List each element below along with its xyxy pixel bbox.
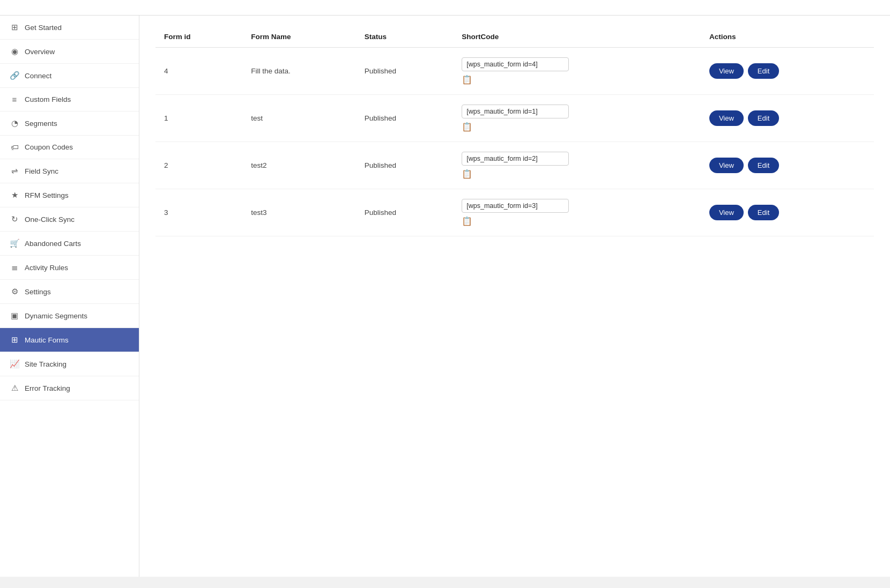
site-tracking-icon: 📈 <box>10 359 19 369</box>
sidebar-item-field-sync[interactable]: ⇌Field Sync <box>0 159 139 183</box>
main-content: Form idForm NameStatusShortCodeActions 4… <box>139 16 890 577</box>
sidebar-item-custom-fields[interactable]: ≡Custom Fields <box>0 88 139 111</box>
actions-cell: ViewEdit <box>701 95 874 142</box>
table-container: Form idForm NameStatusShortCodeActions 4… <box>139 16 890 247</box>
mautic-forms-icon: ⊞ <box>10 335 19 345</box>
sidebar-item-segments[interactable]: ◔Segments <box>0 111 139 136</box>
actions-cell: ViewEdit <box>701 48 874 95</box>
sidebar-label-error-tracking: Error Tracking <box>25 384 70 392</box>
shortcode-input-3[interactable] <box>462 199 569 213</box>
sidebar-item-overview[interactable]: ◉Overview <box>0 40 139 64</box>
sidebar-label-connect: Connect <box>25 72 51 80</box>
shortcode-cell: 📋 <box>453 95 701 142</box>
sidebar-label-overview: Overview <box>25 48 55 56</box>
form-id-cell: 1 <box>155 95 242 142</box>
sidebar-item-mautic-forms[interactable]: ⊞Mautic Forms <box>0 328 139 352</box>
edit-button-2[interactable]: Edit <box>748 158 779 173</box>
shortcode-cell: 📋 <box>453 142 701 189</box>
sidebar-label-get-started: Get Started <box>25 24 62 32</box>
settings-icon: ⚙ <box>10 287 19 296</box>
view-button-2[interactable]: View <box>709 158 744 173</box>
edit-button-0[interactable]: Edit <box>748 63 779 79</box>
form-name-cell: test <box>242 95 355 142</box>
sidebar-item-rfm-settings[interactable]: ★RFM Settings <box>0 183 139 207</box>
abandoned-carts-icon: 🛒 <box>10 239 19 248</box>
sidebar-item-activity-rules[interactable]: ≣Activity Rules <box>0 256 139 280</box>
sidebar-item-settings[interactable]: ⚙Settings <box>0 280 139 304</box>
coupon-codes-icon: 🏷 <box>10 143 19 152</box>
sidebar-item-site-tracking[interactable]: 📈Site Tracking <box>0 352 139 376</box>
custom-fields-icon: ≡ <box>10 95 19 104</box>
table-row: 3test3Published📋ViewEdit <box>155 189 874 236</box>
status-cell: Published <box>356 189 454 236</box>
forms-table: Form idForm NameStatusShortCodeActions 4… <box>155 26 874 236</box>
sidebar-label-settings: Settings <box>25 288 51 296</box>
table-row: 2test2Published📋ViewEdit <box>155 142 874 189</box>
sidebar-item-dynamic-segments[interactable]: ▣Dynamic Segments <box>0 304 139 328</box>
table-row: 4Fill the data.Published📋ViewEdit <box>155 48 874 95</box>
copy-icon-0[interactable]: 📋 <box>462 75 692 85</box>
status-cell: Published <box>356 142 454 189</box>
table-body: 4Fill the data.Published📋ViewEdit1testPu… <box>155 48 874 236</box>
sidebar-label-abandoned-carts: Abandoned Carts <box>25 240 81 248</box>
col-header-form-id: Form id <box>155 26 242 48</box>
get-started-icon: ⊞ <box>10 23 19 32</box>
col-header-status: Status <box>356 26 454 48</box>
form-name-cell: test3 <box>242 189 355 236</box>
form-name-cell: test2 <box>242 142 355 189</box>
actions-cell: ViewEdit <box>701 142 874 189</box>
col-header-shortcode: ShortCode <box>453 26 701 48</box>
app-title <box>0 0 890 16</box>
sidebar-label-site-tracking: Site Tracking <box>25 360 66 368</box>
dynamic-segments-icon: ▣ <box>10 311 19 321</box>
rfm-settings-icon: ★ <box>10 190 19 200</box>
sidebar-item-error-tracking[interactable]: ⚠Error Tracking <box>0 376 139 400</box>
copy-icon-2[interactable]: 📋 <box>462 169 692 179</box>
sidebar-label-one-click-sync: One-Click Sync <box>25 215 75 224</box>
table-header: Form idForm NameStatusShortCodeActions <box>155 26 874 48</box>
shortcode-input-2[interactable] <box>462 152 569 166</box>
view-button-0[interactable]: View <box>709 63 744 79</box>
overview-icon: ◉ <box>10 47 19 56</box>
sidebar-item-connect[interactable]: 🔗Connect <box>0 64 139 88</box>
edit-button-1[interactable]: Edit <box>748 110 779 126</box>
activity-rules-icon: ≣ <box>10 263 19 272</box>
form-id-cell: 4 <box>155 48 242 95</box>
status-cell: Published <box>356 48 454 95</box>
field-sync-icon: ⇌ <box>10 166 19 176</box>
sidebar-label-rfm-settings: RFM Settings <box>25 191 69 199</box>
sidebar-label-activity-rules: Activity Rules <box>25 264 68 272</box>
shortcode-cell: 📋 <box>453 48 701 95</box>
sidebar-label-mautic-forms: Mautic Forms <box>25 336 69 344</box>
sidebar-item-coupon-codes[interactable]: 🏷Coupon Codes <box>0 136 139 159</box>
status-cell: Published <box>356 95 454 142</box>
form-name-cell: Fill the data. <box>242 48 355 95</box>
error-tracking-icon: ⚠ <box>10 383 19 393</box>
sidebar-item-one-click-sync[interactable]: ↻One-Click Sync <box>0 207 139 232</box>
col-header-actions: Actions <box>701 26 874 48</box>
sidebar-label-custom-fields: Custom Fields <box>25 95 71 103</box>
sidebar: ⊞Get Started◉Overview🔗Connect≡Custom Fie… <box>0 16 139 577</box>
shortcode-input-0[interactable] <box>462 57 569 71</box>
segments-icon: ◔ <box>10 118 19 128</box>
sidebar-label-coupon-codes: Coupon Codes <box>25 143 73 151</box>
actions-cell: ViewEdit <box>701 189 874 236</box>
form-id-cell: 3 <box>155 189 242 236</box>
sidebar-item-abandoned-carts[interactable]: 🛒Abandoned Carts <box>0 232 139 256</box>
shortcode-input-1[interactable] <box>462 105 569 118</box>
copy-icon-1[interactable]: 📋 <box>462 122 692 132</box>
col-header-form-name: Form Name <box>242 26 355 48</box>
sidebar-label-segments: Segments <box>25 120 57 128</box>
sidebar-label-dynamic-segments: Dynamic Segments <box>25 312 87 320</box>
sidebar-item-get-started[interactable]: ⊞Get Started <box>0 16 139 40</box>
shortcode-cell: 📋 <box>453 189 701 236</box>
copy-icon-3[interactable]: 📋 <box>462 216 692 226</box>
view-button-1[interactable]: View <box>709 110 744 126</box>
edit-button-3[interactable]: Edit <box>748 205 779 220</box>
one-click-sync-icon: ↻ <box>10 214 19 224</box>
sidebar-label-field-sync: Field Sync <box>25 167 58 175</box>
form-id-cell: 2 <box>155 142 242 189</box>
connect-icon: 🔗 <box>10 71 19 80</box>
view-button-3[interactable]: View <box>709 205 744 220</box>
table-row: 1testPublished📋ViewEdit <box>155 95 874 142</box>
